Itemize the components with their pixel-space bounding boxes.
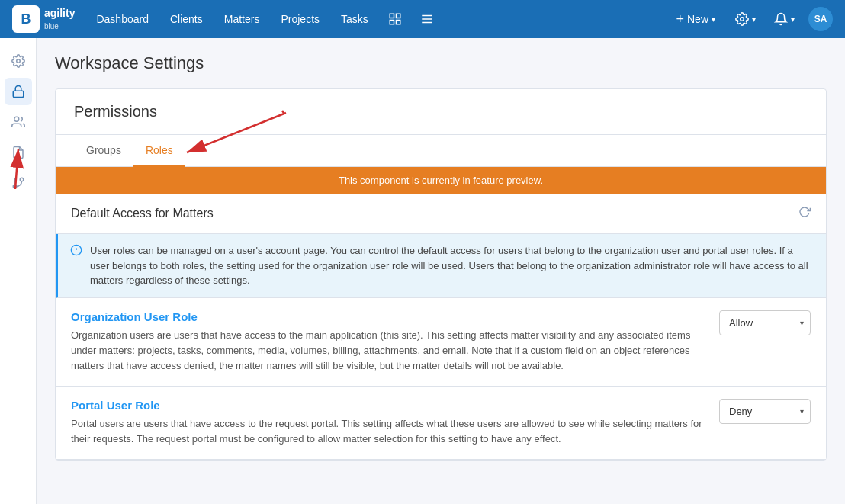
info-text: User roles can be managed on a user's ac… xyxy=(90,243,814,288)
sidebar-item-settings[interactable] xyxy=(5,47,32,75)
svg-rect-2 xyxy=(390,21,394,24)
user-avatar[interactable]: SA xyxy=(808,7,833,31)
sidebar-item-documents[interactable] xyxy=(5,139,32,166)
permissions-tabs: Groups Roles xyxy=(56,135,826,167)
settings-chevron-icon: ▾ xyxy=(752,15,756,24)
page-title: Workspace Settings xyxy=(55,53,827,73)
svg-rect-1 xyxy=(396,14,400,18)
nav-matters[interactable]: Matters xyxy=(215,0,269,38)
svg-point-12 xyxy=(20,178,24,181)
info-icon xyxy=(70,244,82,259)
main-content: Workspace Settings Permissions Groups Ro… xyxy=(37,38,845,504)
portal-role-select[interactable]: Allow Deny xyxy=(720,400,810,423)
permissions-heading: Permissions xyxy=(74,103,808,120)
org-role-title: Organization User Role xyxy=(71,310,704,323)
sidebar-item-integrations[interactable] xyxy=(5,169,32,197)
portal-user-role-card: Portal User Role Portal users are users … xyxy=(56,387,826,460)
grid-icon-btn[interactable] xyxy=(381,0,410,38)
permissions-card: Permissions Groups Roles This component … xyxy=(55,88,827,461)
new-label: New xyxy=(687,13,708,25)
notifications-chevron-icon: ▾ xyxy=(791,15,795,24)
refresh-icon[interactable] xyxy=(798,206,811,221)
org-role-select[interactable]: Allow Deny xyxy=(720,311,810,335)
logo-letter: B xyxy=(21,11,31,27)
sidebar-item-permissions[interactable] xyxy=(5,78,32,105)
notifications-btn[interactable]: ▾ xyxy=(766,0,802,38)
sidebar xyxy=(0,38,37,504)
portal-role-info: Portal User Role Portal users are users … xyxy=(71,399,704,447)
svg-point-13 xyxy=(13,185,17,188)
tab-groups[interactable]: Groups xyxy=(74,135,133,167)
org-role-info: Organization User Role Organization user… xyxy=(71,310,704,374)
portal-role-desc: Portal users are users that have access … xyxy=(71,416,704,447)
nav-dashboard[interactable]: Dashboard xyxy=(87,0,158,38)
preview-banner-text: This component is currently in feature p… xyxy=(339,175,543,186)
top-navigation: B agility blue Dashboard Clients Matters… xyxy=(0,0,845,38)
logo-box: B xyxy=(12,5,40,33)
plus-icon: + xyxy=(676,11,684,27)
svg-point-8 xyxy=(16,59,20,63)
section-title: Default Access for Matters xyxy=(71,207,214,220)
svg-point-7 xyxy=(741,18,744,21)
logo-name: agility xyxy=(44,7,75,20)
nav-tasks[interactable]: Tasks xyxy=(332,0,378,38)
tab-roles[interactable]: Roles xyxy=(133,135,185,167)
svg-rect-0 xyxy=(390,14,394,18)
logo[interactable]: B agility blue xyxy=(12,5,75,33)
logo-sub: blue xyxy=(44,22,59,30)
info-box: User roles can be managed on a user's ac… xyxy=(56,234,826,298)
svg-point-10 xyxy=(14,117,18,121)
section-header: Default Access for Matters xyxy=(56,194,826,234)
svg-rect-9 xyxy=(13,91,24,97)
org-role-desc: Organization users are users that have a… xyxy=(71,328,704,374)
menu-icon-btn[interactable] xyxy=(413,0,442,38)
nav-projects[interactable]: Projects xyxy=(271,0,329,38)
preview-banner: This component is currently in feature p… xyxy=(56,167,826,194)
sidebar-item-users[interactable] xyxy=(5,108,32,136)
org-role-select-wrapper[interactable]: Allow Deny ▾ xyxy=(719,310,811,335)
permissions-header: Permissions xyxy=(56,89,826,135)
nav-clients[interactable]: Clients xyxy=(161,0,212,38)
portal-role-title: Portal User Role xyxy=(71,399,704,412)
logo-text: agility blue xyxy=(44,7,75,31)
settings-nav-btn[interactable]: ▾ xyxy=(728,0,763,38)
new-chevron-icon: ▾ xyxy=(712,15,715,24)
org-user-role-card: Organization User Role Organization user… xyxy=(56,298,826,387)
new-button[interactable]: + New ▾ xyxy=(667,0,725,38)
svg-rect-3 xyxy=(396,21,400,24)
portal-role-select-wrapper[interactable]: Allow Deny ▾ xyxy=(719,399,811,424)
